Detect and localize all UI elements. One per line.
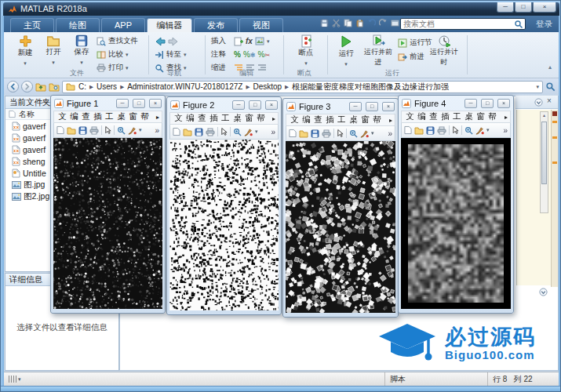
menu-file[interactable]: 文 — [173, 113, 184, 124]
figure-titlebar[interactable]: Figure 3 ─ □ × — [286, 99, 395, 114]
menu-help[interactable]: 帮 — [139, 111, 151, 122]
uncomment-icon[interactable]: %✂ — [258, 50, 271, 59]
menu-edit[interactable]: 编 — [301, 114, 312, 125]
collapse-ribbon-icon[interactable]: ▴ — [548, 64, 552, 71]
save-icon[interactable] — [78, 126, 87, 135]
menu-insert[interactable]: 插 — [324, 114, 336, 125]
paste-icon[interactable] — [355, 19, 364, 27]
maximize-button[interactable]: □ — [366, 102, 378, 111]
close-button[interactable]: × — [382, 102, 395, 111]
menu-window[interactable]: 窗 — [243, 113, 255, 124]
open-icon[interactable] — [67, 126, 76, 135]
scrollbar-thumb[interactable] — [541, 122, 547, 184]
menu-help[interactable]: 帮 — [371, 114, 383, 125]
brush-icon[interactable] — [244, 128, 253, 136]
indent-label[interactable]: 缩进 — [211, 63, 231, 73]
pointer-icon[interactable] — [104, 125, 111, 135]
panel-menu-icon[interactable] — [534, 98, 543, 107]
find-files-button[interactable]: 查找文件 — [97, 35, 138, 47]
zoom-icon[interactable] — [117, 126, 126, 135]
up-folder-icon[interactable] — [35, 82, 46, 92]
maximize-button[interactable]: □ — [515, 2, 532, 13]
error-marker[interactable] — [552, 111, 557, 116]
zoom-icon[interactable] — [464, 126, 473, 135]
brush-dropdown-icon[interactable]: ▾ — [139, 127, 142, 133]
menu-file[interactable]: 文 — [404, 111, 416, 122]
breadcrumb-segment[interactable]: Administrator.WIN7U-20180127Z — [127, 82, 242, 91]
indent-right-icon[interactable] — [257, 64, 267, 72]
open-icon[interactable] — [183, 128, 192, 136]
brush-dropdown-icon[interactable]: ▾ — [371, 130, 374, 136]
desktop-layout-icon[interactable] — [391, 19, 399, 27]
tab-plots[interactable]: 绘图 — [56, 18, 100, 32]
menu-window[interactable]: 窗 — [359, 114, 371, 125]
pointer-icon[interactable] — [337, 129, 344, 138]
comment-add-icon[interactable]: %✻ — [243, 50, 256, 59]
print-icon[interactable] — [322, 129, 331, 138]
close-button[interactable]: × — [533, 2, 556, 13]
cut-icon[interactable] — [332, 19, 341, 27]
tab-apps[interactable]: APP — [101, 18, 145, 32]
panel-close-icon[interactable]: × — [547, 96, 552, 105]
menu-file[interactable]: 文 — [289, 114, 301, 125]
print-icon[interactable] — [206, 128, 215, 136]
figure-window-3[interactable]: Figure 3 ─ □ × 文编查插工桌窗帮 ▸ ▾ » — [282, 98, 399, 318]
toolbar-overflow-icon[interactable]: » — [388, 129, 392, 138]
tab-publish[interactable]: 发布 — [194, 18, 238, 32]
menu-tools[interactable]: 工 — [104, 111, 115, 122]
close-button[interactable]: × — [497, 99, 510, 108]
undo-icon[interactable] — [367, 19, 376, 27]
print-icon[interactable] — [437, 126, 446, 135]
run-advance-button[interactable]: 运行并前进 — [362, 34, 395, 67]
brush-icon[interactable] — [475, 126, 484, 135]
panel-menu-icon[interactable] — [539, 288, 548, 296]
menu-overflow-icon[interactable]: ▸ — [505, 114, 508, 121]
insert-section-icon[interactable] — [234, 37, 243, 46]
menu-view[interactable]: 查 — [80, 111, 92, 122]
goto-button[interactable]: 转至▾ — [155, 49, 187, 60]
menu-overflow-icon[interactable]: ▸ — [389, 117, 392, 124]
save-icon[interactable] — [195, 128, 203, 136]
minimize-button[interactable]: ─ — [497, 2, 514, 13]
forward-icon[interactable] — [168, 37, 179, 46]
maximize-button[interactable]: □ — [133, 99, 145, 108]
menu-desktop[interactable]: 桌 — [348, 114, 359, 125]
redo-icon[interactable] — [379, 19, 388, 27]
warning-marker[interactable] — [552, 121, 557, 123]
menu-edit[interactable]: 编 — [416, 111, 428, 122]
save-button[interactable]: 保存▾ — [68, 34, 95, 67]
warning-marker[interactable] — [552, 136, 557, 139]
close-button[interactable]: × — [149, 99, 162, 108]
open-icon[interactable] — [414, 126, 424, 135]
maximize-button[interactable]: □ — [249, 100, 261, 110]
menu-tools[interactable]: 工 — [220, 113, 231, 124]
menu-view[interactable]: 查 — [428, 111, 439, 122]
breakpoints-button[interactable]: 断点▾ — [291, 34, 321, 67]
figure-titlebar[interactable]: Figure 2 ─ □ × — [169, 97, 279, 112]
zoom-icon[interactable] — [233, 128, 242, 136]
editor-message-bar[interactable] — [551, 110, 558, 287]
menu-insert[interactable]: 插 — [439, 111, 451, 122]
comment-icon[interactable]: % — [234, 50, 241, 59]
search-icon[interactable] — [514, 20, 523, 29]
new-figure-icon[interactable] — [404, 125, 412, 135]
figure-titlebar[interactable]: Figure 1 ─ □ × — [53, 96, 162, 111]
insert-label[interactable]: 插入 — [211, 36, 231, 46]
save-icon[interactable] — [426, 126, 435, 135]
new-figure-icon[interactable] — [173, 127, 180, 136]
copy-icon[interactable] — [344, 19, 352, 27]
toolbar-overflow-icon[interactable]: » — [155, 126, 159, 135]
menu-help[interactable]: 帮 — [255, 113, 267, 124]
breadcrumb-dropdown-icon[interactable]: ▾ — [536, 84, 539, 90]
insert-fx-icon[interactable]: fx — [246, 37, 253, 45]
search-input[interactable] — [401, 20, 514, 28]
brush-dropdown-icon[interactable]: ▾ — [486, 127, 490, 133]
pointer-icon[interactable] — [220, 127, 228, 136]
figure-titlebar[interactable]: Figure 4 ─ □ × — [401, 96, 511, 111]
breadcrumb[interactable]: C:▶ Users▶ Administrator.WIN7U-20180127Z… — [62, 81, 543, 93]
breadcrumb-segment[interactable]: 根据能量密度梯度对细胞图像及边缘进行加强 — [292, 82, 449, 93]
menu-tools[interactable]: 工 — [336, 114, 348, 125]
nav-forward-button[interactable] — [21, 81, 33, 93]
editor-document-area[interactable]: ▴ — [516, 110, 551, 285]
toolbar-overflow-icon[interactable]: » — [503, 126, 508, 135]
